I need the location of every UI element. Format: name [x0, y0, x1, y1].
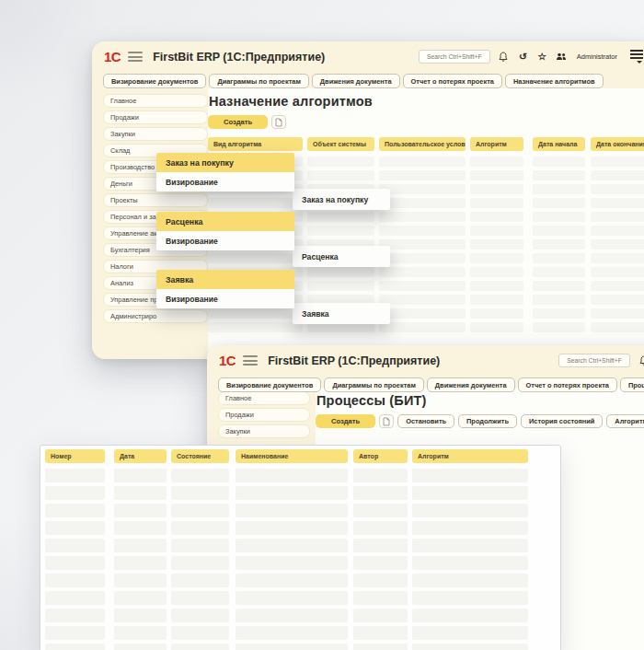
users-icon[interactable]	[556, 51, 568, 63]
dropdown-menu-pricing: Расценка Визирование	[156, 212, 294, 250]
history-icon[interactable]: ↺	[517, 51, 529, 63]
tab-document-movements[interactable]: Движения документа	[427, 377, 515, 392]
notifications-icon[interactable]	[638, 354, 644, 366]
table-row[interactable]	[208, 253, 644, 263]
empty-cell	[591, 267, 644, 277]
empty-cell	[171, 486, 229, 500]
menu-header[interactable]: Заказ на покупку	[156, 153, 294, 172]
tab-project-loss-report[interactable]: Отчет о потерях проекта	[403, 74, 502, 88]
empty-cell	[470, 184, 523, 194]
empty-cell	[236, 644, 348, 650]
state-history-button[interactable]: История состояний	[521, 414, 603, 428]
notifications-icon[interactable]	[498, 51, 510, 63]
stop-button[interactable]: Остановить	[397, 414, 454, 428]
tab-project-diagrams[interactable]: Диаграммы по проектам	[209, 74, 308, 88]
column-user-condition[interactable]: Пользовательское условие	[379, 137, 466, 151]
table-row[interactable]	[40, 644, 560, 650]
empty-cell	[171, 591, 229, 605]
sidebar-item-sales[interactable]: Продажи	[218, 408, 310, 422]
column-algorithm[interactable]: Алгоритм	[412, 449, 528, 463]
user-name[interactable]: Administrator	[577, 52, 617, 61]
create-button[interactable]: Создать	[208, 115, 268, 129]
table-row[interactable]	[40, 556, 560, 570]
empty-cell	[412, 469, 528, 482]
sidebar-item-main[interactable]: Главное	[218, 391, 310, 405]
create-button[interactable]: Создать	[316, 414, 375, 428]
empty-cell	[379, 212, 466, 222]
submenu-item[interactable]: Заказ на покупку	[293, 189, 390, 210]
tab-processes-bit[interactable]: Процессы (БИТ)	[620, 377, 644, 392]
table-row[interactable]	[40, 574, 560, 587]
algorithm-button[interactable]: Алгоритм	[606, 414, 644, 428]
empty-cell	[470, 253, 523, 263]
column-number[interactable]: Номер	[45, 449, 105, 463]
menu-header[interactable]: Расценка	[156, 212, 294, 231]
tab-algorithm-assignment[interactable]: Назначение алгоритмов	[505, 74, 604, 88]
table-row[interactable]	[208, 198, 644, 208]
empty-cell	[533, 267, 585, 277]
table-row[interactable]	[40, 609, 560, 622]
search-input[interactable]: Search Ctrl+Shift+F	[419, 50, 490, 64]
table-row[interactable]	[40, 504, 560, 517]
table-row[interactable]	[208, 322, 644, 332]
table-row[interactable]	[40, 539, 560, 552]
menu-item-approval[interactable]: Визирование	[156, 231, 294, 250]
continue-button[interactable]: Продолжить	[458, 414, 517, 428]
column-state[interactable]: Состояние	[171, 449, 229, 463]
empty-cell	[353, 504, 408, 517]
empty-cell	[236, 609, 348, 622]
empty-cell	[114, 556, 167, 570]
sidebar-item-purchases[interactable]: Закупки	[103, 127, 208, 141]
submenu-item[interactable]: Заявка	[293, 303, 390, 324]
column-algorithm-kind[interactable]: Вид алгоритма	[208, 137, 303, 151]
column-author[interactable]: Автор	[353, 449, 408, 463]
menu-item-approval[interactable]: Визирование	[156, 289, 294, 308]
empty-cell	[45, 504, 105, 517]
empty-cell	[208, 253, 303, 263]
sidebar-item-sales[interactable]: Продажи	[103, 110, 208, 124]
empty-cell	[171, 626, 229, 640]
tab-document-movements[interactable]: Движения документа	[312, 74, 400, 88]
empty-cell	[353, 644, 408, 650]
new-document-icon[interactable]	[271, 115, 286, 129]
empty-cell	[45, 574, 105, 587]
tab-document-approval[interactable]: Визирование документов	[218, 377, 321, 392]
hamburger-menu-icon[interactable]	[128, 52, 143, 62]
favorites-icon[interactable]: ☆	[536, 51, 548, 63]
table-row[interactable]	[40, 486, 560, 500]
table-row[interactable]	[40, 626, 560, 640]
table-row[interactable]	[40, 469, 560, 482]
empty-cell	[470, 281, 523, 291]
column-algorithm[interactable]: Алгоритм	[470, 137, 523, 151]
empty-cell	[307, 157, 374, 167]
hamburger-menu-icon[interactable]	[243, 355, 258, 366]
table-row[interactable]	[208, 308, 644, 319]
search-input[interactable]: Search Ctrl+Shift+F	[558, 354, 630, 367]
empty-cell	[379, 157, 466, 167]
empty-cell	[236, 539, 348, 552]
submenu-item[interactable]: Расценка	[293, 246, 390, 267]
sidebar-item-main[interactable]: Главное	[103, 94, 208, 108]
empty-cell	[533, 157, 585, 167]
sidebar-item-administration[interactable]: Администриро	[103, 309, 208, 323]
menu-item-approval[interactable]: Визирование	[156, 172, 294, 192]
empty-cell	[470, 239, 523, 250]
column-start-date[interactable]: Дата начала	[533, 137, 585, 151]
tab-project-diagrams[interactable]: Диаграммы по проектам	[324, 377, 423, 392]
table-row[interactable]	[40, 591, 560, 605]
column-name[interactable]: Наименование	[236, 449, 348, 463]
menu-header[interactable]: Заявка	[156, 270, 294, 289]
column-system-object[interactable]: Объект системы	[307, 137, 374, 151]
sidebar-item-projects[interactable]: Проекты	[103, 193, 208, 207]
list-toolbar: Создать Остановить Продолжить История со…	[316, 414, 644, 428]
sidebar-item-purchases[interactable]: Закупки	[218, 424, 310, 438]
new-document-icon[interactable]	[379, 414, 394, 428]
empty-cell	[353, 556, 408, 570]
table-row[interactable]	[40, 521, 560, 535]
column-end-date[interactable]: Дата окончания	[591, 137, 644, 151]
tab-document-approval[interactable]: Визирование документов	[103, 74, 206, 88]
toolbar-menu-icon[interactable]	[630, 50, 643, 63]
column-date[interactable]: Дата	[114, 449, 167, 463]
empty-cell	[533, 212, 585, 222]
tab-project-loss-report[interactable]: Отчет о потерях проекта	[518, 377, 617, 392]
